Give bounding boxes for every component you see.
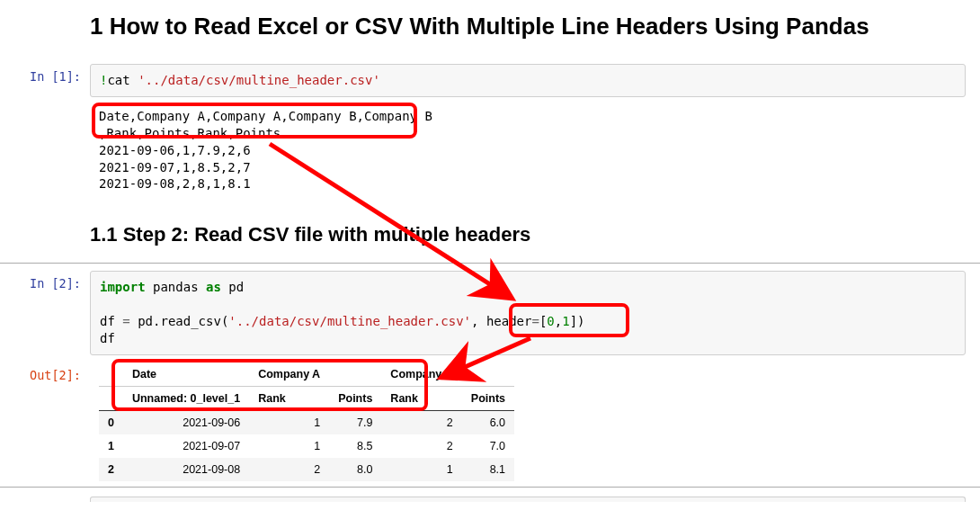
cell-a-rank: 2 [249,458,329,481]
th-a-points: Points [329,386,381,410]
code-cell-1: In [1]: !cat '../data/csv/multine_header… [0,60,980,101]
op-assign: = [122,314,129,328]
th-a-rank: Rank [249,386,329,410]
mod-pandas: pandas [146,280,206,294]
cell-a-rank: 1 [249,434,329,458]
bracket-close: ]) [570,314,585,328]
table-row: 2 2021-09-08 2 8.0 1 8.1 [99,458,514,481]
cell-a-pts: 8.5 [329,434,381,458]
expr-df: df [100,331,115,345]
code-input-1[interactable]: !cat '../data/csv/multine_header.csv' [90,64,966,97]
cell-b-pts: 8.1 [462,458,514,481]
page-title: 1 How to Read Excel or CSV With Multiple… [90,13,966,40]
csv-header-row2: ,Rank,Points,Rank,Points [99,126,281,140]
cell-date: 2021-09-06 [123,410,249,434]
markdown-cell-subheading: 1.1 Step 2: Read CSV file with multiple … [0,200,980,261]
cell-b-pts: 6.0 [462,410,514,434]
table-row: 1 2021-09-07 1 8.5 2 7.0 [99,434,514,458]
alias-pd: pd [221,280,244,294]
th-unnamed: Unnamed: 0_level_1 [123,386,249,410]
th-compb-l0: Company B [381,362,461,387]
row-idx: 0 [99,410,123,434]
cell-a-rank: 1 [249,410,329,434]
in-prompt-1: In [1]: [0,64,90,97]
th-date-l0: Date [123,362,249,387]
arg-header-name: , header [471,314,531,328]
path-literal-1: '../data/csv/multine_header.csv' [138,73,380,87]
prompt-empty-out1 [0,104,90,196]
th-compa2-l0 [329,362,381,387]
kw-as: as [206,280,221,294]
num-1: 1 [562,314,569,328]
header-level-0: Date Company A Company B [99,362,514,387]
row-idx: 2 [99,458,123,481]
kw-import: import [100,280,146,294]
cell-a-pts: 8.0 [329,458,381,481]
num-0: 0 [547,314,554,328]
cell-b-rank: 1 [381,458,461,481]
next-cell-stub[interactable] [90,497,966,502]
header-level-1: Unnamed: 0_level_1 Rank Points Rank Poin… [99,386,514,410]
op-assign-kw: = [531,314,539,328]
read-csv-call: pd.read_csv( [130,314,229,328]
dataframe-output: Date Company A Company B Unnamed: 0_leve… [99,362,514,481]
cell-separator [0,263,980,264]
list-comma: , [555,314,562,328]
cell-date: 2021-09-07 [123,434,249,458]
cell-b-rank: 2 [381,434,461,458]
stdout-1: Date,Company A,Company A,Company B,Compa… [90,104,966,196]
code-cell-2: In [2]: import pandas as pd df = pd.read… [0,267,980,359]
in-prompt-2: In [2]: [0,271,90,355]
cell-b-rank: 2 [381,410,461,434]
th-compa-l0: Company A [249,362,329,387]
th-blank-l1 [99,386,123,410]
th-blank [99,362,123,387]
csv-data-row2: 2021-09-07,1,8.5,2,7 [99,160,251,174]
th-b-points: Points [462,386,514,410]
csv-data-row3: 2021-09-08,2,8,1,8.1 [99,176,251,191]
code-input-2[interactable]: import pandas as pd df = pd.read_csv('..… [90,271,966,355]
cell-date: 2021-09-08 [123,458,249,481]
th-compb2-l0 [462,362,514,387]
markdown-cell-heading: 1 How to Read Excel or CSV With Multiple… [0,0,980,60]
table-row: 0 2021-09-06 1 7.9 2 6.0 [99,410,514,434]
cell-separator-2 [0,487,980,488]
csv-header-row1: Date,Company A,Company A,Company B,Compa… [99,109,432,123]
code-cell-1-output: Date,Company A,Company A,Company B,Compa… [0,101,980,200]
cell-b-pts: 7.0 [462,434,514,458]
var-df: df [100,314,122,328]
notebook: 1 How to Read Excel or CSV With Multiple… [0,0,980,502]
cmd-cat: cat [107,73,138,87]
csv-data-row1: 2021-09-06,1,7.9,2,6 [99,143,251,157]
row-idx: 1 [99,434,123,458]
th-b-rank: Rank [381,386,461,410]
out-prompt-2: Out[2]: [0,362,90,481]
cell-a-pts: 7.9 [329,410,381,434]
code-cell-2-output: Out[2]: Date Company A Company B Unnamed… [0,359,980,485]
prompt-empty [0,4,90,57]
path-literal-2: '../data/csv/multine_header.csv' [228,314,471,328]
section-title: 1.1 Step 2: Read CSV file with multiple … [90,223,966,246]
prompt-empty-2 [0,203,90,257]
